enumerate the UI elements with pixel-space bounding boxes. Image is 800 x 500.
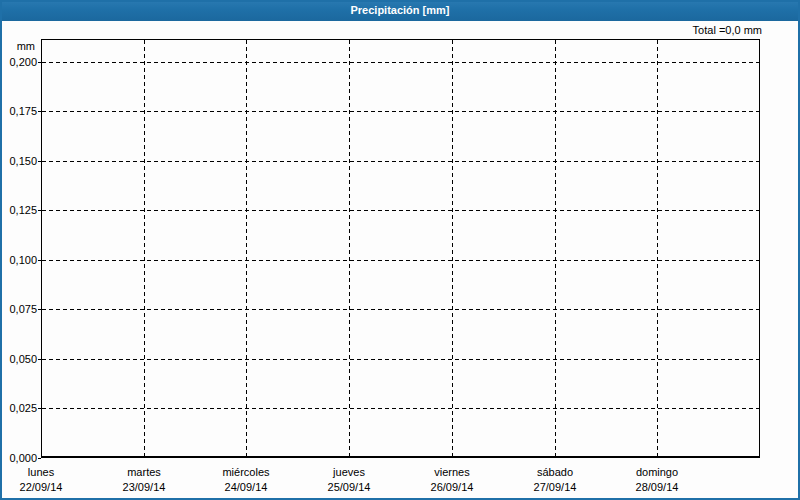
x-tick-label-day: martes xyxy=(89,466,199,479)
plot-area xyxy=(41,39,760,458)
y-tick-label: 0,100 xyxy=(0,254,37,267)
y-gridline xyxy=(42,161,759,162)
y-axis-tick xyxy=(38,161,41,162)
y-axis-tick xyxy=(38,111,41,112)
x-tick-label-date: 27/09/14 xyxy=(500,481,610,494)
y-axis-tick xyxy=(38,408,41,409)
x-tick-label-day: jueves xyxy=(294,466,404,479)
x-tick-label-day: lunes xyxy=(0,466,96,479)
y-gridline xyxy=(42,62,759,63)
x-tick-label-date: 26/09/14 xyxy=(397,481,507,494)
y-gridline xyxy=(42,260,759,261)
y-tick-label: 0,175 xyxy=(0,105,37,118)
y-tick-label: 0,150 xyxy=(0,155,37,168)
y-axis-tick xyxy=(38,359,41,360)
y-tick-label: 0,000 xyxy=(0,452,37,465)
x-gridline xyxy=(657,40,658,456)
y-gridline xyxy=(42,111,759,112)
y-axis-tick xyxy=(38,260,41,261)
x-tick-label-date: 28/09/14 xyxy=(602,481,712,494)
y-gridline xyxy=(42,309,759,310)
y-gridline xyxy=(42,359,759,360)
y-axis-tick xyxy=(38,62,41,63)
x-gridline xyxy=(452,40,453,456)
precipitation-chart: Precipitación [mm] Total =0,0 mm mm 0,00… xyxy=(0,0,800,500)
y-tick-label: 0,075 xyxy=(0,303,37,316)
chart-title: Precipitación [mm] xyxy=(350,4,449,16)
x-gridline xyxy=(349,40,350,456)
x-tick-label-date: 22/09/14 xyxy=(0,481,96,494)
x-tick-label-date: 23/09/14 xyxy=(89,481,199,494)
x-tick-label-day: viernes xyxy=(397,466,507,479)
y-tick-label: 0,200 xyxy=(0,56,37,69)
x-tick-label-date: 25/09/14 xyxy=(294,481,404,494)
y-gridline xyxy=(42,408,759,409)
x-tick-label-day: sábado xyxy=(500,466,610,479)
chart-title-bar: Precipitación [mm] xyxy=(0,0,800,21)
y-axis-unit-label: mm xyxy=(0,40,35,52)
x-gridline xyxy=(246,40,247,456)
x-tick-label-day: miércoles xyxy=(191,466,301,479)
y-tick-label: 0,050 xyxy=(0,353,37,366)
x-tick-label-date: 24/09/14 xyxy=(191,481,301,494)
y-gridline xyxy=(42,210,759,211)
total-value-label: Total =0,0 mm xyxy=(693,24,762,36)
y-axis-tick xyxy=(38,309,41,310)
x-gridline xyxy=(144,40,145,456)
x-tick-label-day: domingo xyxy=(602,466,712,479)
y-axis-tick xyxy=(38,458,41,459)
x-gridline xyxy=(555,40,556,456)
y-tick-label: 0,025 xyxy=(0,402,37,415)
y-axis-tick xyxy=(38,210,41,211)
y-tick-label: 0,125 xyxy=(0,204,37,217)
